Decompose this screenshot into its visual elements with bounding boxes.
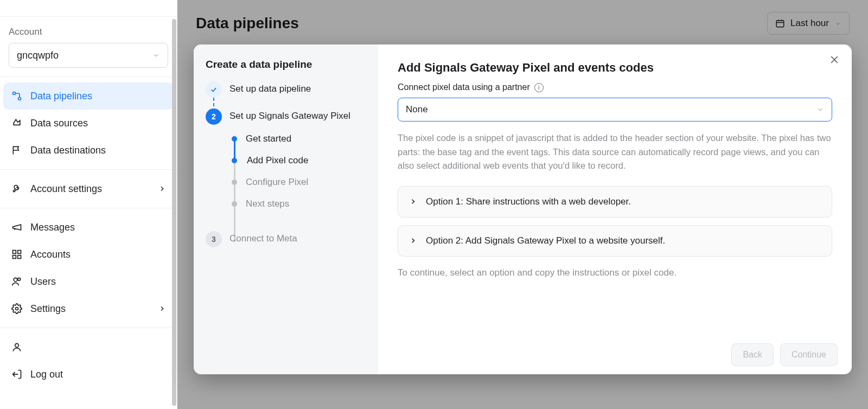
step-active-badge: 2 <box>206 108 222 125</box>
svg-rect-2 <box>13 251 16 254</box>
users-icon <box>11 276 23 287</box>
nav-label: Log out <box>30 369 63 380</box>
nav-account-settings[interactable]: Account settings <box>3 175 174 202</box>
wrench-icon <box>11 183 23 194</box>
create-pipeline-modal: Create a data pipeline Set up data pipel… <box>194 44 852 374</box>
chevron-down-icon <box>152 52 160 59</box>
sources-icon <box>11 118 23 129</box>
nav-data-sources[interactable]: Data sources <box>3 110 174 137</box>
substep-label: Next steps <box>246 199 289 209</box>
back-button[interactable]: Back <box>731 343 774 366</box>
svg-point-8 <box>16 308 18 310</box>
pipeline-icon <box>11 91 23 101</box>
account-select[interactable]: gncqwpfo <box>9 43 168 68</box>
step-3: 3 Connect to Meta <box>206 231 366 247</box>
modal-stepper: Create a data pipeline Set up data pipel… <box>194 44 378 374</box>
substep-dot-icon <box>232 180 237 185</box>
svg-rect-3 <box>18 251 21 254</box>
modal-title: Create a data pipeline <box>206 59 366 71</box>
substeps: Get started Add Pixel code Configure Pix… <box>229 128 366 215</box>
partner-select-value: None <box>406 104 428 115</box>
option-share-instructions[interactable]: Option 1: Share instructions with a web … <box>398 186 832 218</box>
nav-data-pipelines[interactable]: Data pipelines <box>3 82 174 110</box>
account-label: Account <box>9 27 168 37</box>
main-content: Data pipelines Last hour Create a data p… <box>177 0 868 409</box>
nav-messages[interactable]: Messages <box>3 214 174 241</box>
modal-footer: Back Continue <box>378 335 852 374</box>
chevron-right-icon <box>158 185 166 193</box>
nav-label: Data sources <box>30 118 88 129</box>
svg-rect-5 <box>18 255 21 259</box>
continue-hint: To continue, select an option and copy t… <box>398 267 832 278</box>
gear-icon <box>11 303 23 314</box>
option-label: Option 1: Share instructions with a web … <box>426 196 631 207</box>
svg-point-6 <box>14 278 17 282</box>
substep-dot-icon <box>232 201 237 207</box>
svg-point-9 <box>15 343 19 347</box>
nav-group-account: Account settings <box>0 170 177 208</box>
partner-field-label: Connect pixel data using a partner i <box>398 82 832 92</box>
sidebar: Account gncqwpfo Data pipelines Data sou… <box>0 0 177 409</box>
nav-label: Settings <box>30 303 66 315</box>
chevron-right-icon <box>158 305 166 312</box>
step-label: Set up data pipeline <box>229 81 311 94</box>
section-title: Add Signals Gateway Pixel and events cod… <box>398 61 832 75</box>
substep-label: Get started <box>246 133 291 144</box>
nav-group-data: Data pipelines Data sources Data destina… <box>0 77 177 170</box>
step-label: Set up Signals Gateway Pixel <box>229 108 350 122</box>
nav-label: Users <box>30 276 56 287</box>
nav-group-footer: Log out <box>0 328 177 393</box>
substep-get-started: Get started <box>229 128 366 150</box>
info-icon[interactable]: i <box>534 83 544 92</box>
nav-label: Accounts <box>30 249 71 260</box>
option-label: Option 2: Add Signals Gateway Pixel to a… <box>426 235 665 246</box>
logout-icon <box>11 369 23 380</box>
nav-logout[interactable]: Log out <box>3 361 174 388</box>
nav-label: Data destinations <box>30 145 106 156</box>
grid-icon <box>11 249 23 260</box>
modal-body-panel: Add Signals Gateway Pixel and events cod… <box>378 44 852 374</box>
nav-label: Account settings <box>30 183 102 195</box>
continue-button[interactable]: Continue <box>780 343 838 366</box>
nav-label: Data pipelines <box>30 91 92 102</box>
step-1: Set up data pipeline <box>206 81 366 108</box>
sidebar-scrollbar[interactable] <box>171 19 177 406</box>
account-section: Account gncqwpfo <box>0 17 177 77</box>
sidebar-scrollbar-thumb[interactable] <box>172 19 176 406</box>
chevron-down-icon <box>816 106 824 113</box>
nav-accounts[interactable]: Accounts <box>3 241 174 268</box>
substep-add-pixel: Add Pixel code <box>229 150 366 171</box>
step-2: 2 Set up Signals Gateway Pixel <box>206 108 366 125</box>
substep-dot-icon <box>232 136 237 142</box>
option-add-yourself[interactable]: Option 2: Add Signals Gateway Pixel to a… <box>398 225 832 257</box>
chevron-right-icon <box>409 197 417 206</box>
svg-point-0 <box>13 92 16 95</box>
svg-rect-4 <box>13 255 16 259</box>
chevron-right-icon <box>409 237 417 245</box>
nav-label: Messages <box>30 222 75 233</box>
svg-point-1 <box>18 98 21 100</box>
nav-settings[interactable]: Settings <box>3 295 174 322</box>
partner-select[interactable]: None <box>398 98 832 122</box>
person-icon <box>11 342 23 353</box>
step-label: Connect to Meta <box>229 231 297 244</box>
substep-label: Add Pixel code <box>247 155 308 166</box>
substep-next-steps: Next steps <box>229 193 366 215</box>
step-done-icon <box>206 81 222 98</box>
nav-users[interactable]: Users <box>3 268 174 295</box>
substep-label: Configure Pixel <box>246 177 308 188</box>
substep-configure-pixel: Configure Pixel <box>229 171 366 193</box>
svg-point-7 <box>18 278 21 280</box>
nav-group-admin: Messages Accounts Users Settings <box>0 208 177 328</box>
flag-icon <box>11 145 23 156</box>
help-text: The pixel code is a snippet of javascrip… <box>398 131 832 173</box>
substep-dot-icon <box>232 158 237 163</box>
nav-profile[interactable] <box>3 334 174 361</box>
megaphone-icon <box>11 222 23 233</box>
modal-close-button[interactable] <box>829 54 840 65</box>
step-pending-badge: 3 <box>206 231 222 247</box>
account-select-value: gncqwpfo <box>17 50 59 61</box>
nav-data-destinations[interactable]: Data destinations <box>3 137 174 164</box>
